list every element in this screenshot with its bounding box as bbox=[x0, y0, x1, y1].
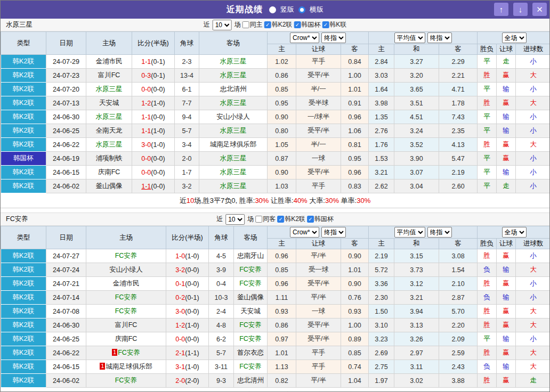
date-cell: 24-06-25 bbox=[46, 124, 86, 138]
league-checkbox[interactable]: ✓ bbox=[322, 21, 329, 28]
move-up-button[interactable]: ↑ bbox=[494, 3, 508, 16]
match-row: 韩K2联24-06-30水原三星1-1(0-0)9-4安山小绿人0.90一/球半… bbox=[1, 110, 550, 124]
bookmaker-select[interactable]: Crow* bbox=[290, 227, 319, 238]
bookmaker-odds-cell: 0.80 bbox=[268, 124, 296, 138]
date-cell: 24-06-25 bbox=[46, 332, 86, 346]
bookmaker-odds-cell: 0.96 bbox=[268, 249, 296, 263]
away-team-cell: 忠北清州 bbox=[234, 374, 268, 388]
horizontal-layout-radio[interactable] bbox=[298, 6, 305, 13]
down-arrow-icon: ↓ bbox=[519, 5, 523, 14]
home-team-cell: 水原三星 bbox=[86, 138, 132, 152]
vertical-layout-radio[interactable] bbox=[269, 6, 276, 13]
team-name: 天安城 bbox=[240, 307, 261, 315]
bookmaker-odds-cell: 受平/半 bbox=[296, 166, 341, 179]
result-cell: 小 bbox=[516, 124, 550, 138]
same-venue-checkbox[interactable] bbox=[255, 216, 262, 223]
result-cell: 小 bbox=[516, 277, 550, 291]
corner-cell: 0-4 bbox=[209, 277, 234, 291]
home-team-cell: 水原三星 bbox=[86, 110, 132, 124]
league-filter-k2[interactable]: ✓韩K2联 bbox=[277, 215, 305, 224]
result-cell: 赢 bbox=[497, 277, 516, 291]
same-venue-filter[interactable]: 同客 bbox=[255, 215, 276, 224]
league-checkbox[interactable]: ✓ bbox=[264, 21, 271, 28]
league-filter-k1[interactable]: ✓韩K联 bbox=[322, 20, 346, 29]
odds-stage-select[interactable]: 终指 bbox=[321, 32, 346, 43]
odds-stage-select[interactable]: 终指 bbox=[321, 227, 346, 238]
col-type: 类型 bbox=[1, 32, 46, 55]
bookmaker-odds-cell: 0.93 bbox=[268, 305, 296, 318]
average-odds-cell: 3.88 bbox=[439, 374, 478, 388]
average-select[interactable]: 平均值 bbox=[394, 32, 425, 43]
team-name: 水原三星 bbox=[220, 71, 247, 79]
odds-stage-select-2[interactable]: 终指 bbox=[427, 227, 452, 238]
league-checkbox[interactable]: ✓ bbox=[277, 216, 284, 223]
halftime-score: (1-0) bbox=[151, 100, 165, 107]
odds-stage-select-2[interactable]: 终指 bbox=[427, 32, 452, 43]
score-cell: 0-3(0-1) bbox=[132, 69, 175, 83]
bookmaker-odds-cell: 0.86 bbox=[268, 69, 296, 83]
league-checkbox[interactable]: ✓ bbox=[307, 216, 314, 223]
match-count-select[interactable]: 10 bbox=[225, 214, 245, 225]
subcol-let: 让球 bbox=[497, 44, 516, 55]
same-venue-checkbox[interactable] bbox=[242, 21, 249, 28]
same-venue-label: 同客 bbox=[263, 215, 276, 224]
corner-cell: 5-7 bbox=[209, 346, 234, 360]
halftime-score: (0-1) bbox=[151, 58, 165, 66]
score-cell: 1-1(1-0) bbox=[132, 124, 175, 138]
score-cell: 2-1(1-1) bbox=[166, 346, 209, 360]
league-cell: 韩K2联 bbox=[1, 179, 46, 193]
subcol-home: 主 bbox=[268, 44, 296, 55]
section-header-anyang: FC安养 近 10 场 同客 ✓韩K2联 ✓韩国杯 bbox=[1, 213, 549, 226]
score-cell: 0-1(0-0) bbox=[166, 277, 209, 291]
date-cell: 24-06-30 bbox=[46, 318, 86, 332]
summary-part: 场,胜3平7负0, 胜率: bbox=[194, 197, 255, 205]
team-name: 城南足球俱乐部 bbox=[106, 363, 152, 370]
average-odds-cell: 2.19 bbox=[439, 166, 478, 179]
average-odds-cell: 3.21 bbox=[394, 291, 439, 305]
period-select[interactable]: 全场 bbox=[502, 32, 527, 43]
result-cell: 大 bbox=[516, 346, 550, 360]
league-filter-cup[interactable]: ✓韩国杯 bbox=[294, 20, 320, 29]
result-cell: 大 bbox=[516, 138, 550, 152]
subcol-away2: 客 bbox=[439, 239, 478, 249]
league-cell: 韩国杯 bbox=[1, 152, 46, 166]
home-team-cell: 庆南FC bbox=[86, 332, 166, 346]
same-venue-filter[interactable]: 同主 bbox=[242, 20, 263, 29]
match-row: 韩K2联24-06-02釜山偶像1-1(0-0)3-2水原三星1.03平手0.8… bbox=[1, 179, 550, 193]
result-cell: 胜 bbox=[478, 374, 497, 388]
fulltime-score: 1-1 bbox=[141, 58, 151, 66]
away-team-cell: 水原三星 bbox=[199, 69, 268, 83]
team-name: 釜山偶像 bbox=[237, 293, 264, 301]
bookmaker-odds-cell: 受半球 bbox=[296, 96, 341, 110]
fulltime-score: 3-1 bbox=[175, 363, 185, 371]
match-count-select[interactable]: 10 bbox=[213, 20, 232, 30]
move-down-button[interactable]: ↓ bbox=[513, 3, 528, 16]
corner-cell: 2-4 bbox=[209, 305, 234, 318]
col-corner: 角球 bbox=[209, 226, 234, 249]
league-filter-cup[interactable]: ✓韩国杯 bbox=[307, 215, 334, 224]
average-odds-cell: 3.04 bbox=[394, 179, 439, 193]
result-cell: 负 bbox=[478, 291, 497, 305]
average-odds-cell: 3.26 bbox=[394, 332, 439, 346]
date-cell: 24-06-22 bbox=[46, 138, 86, 152]
league-checkbox[interactable]: ✓ bbox=[294, 21, 301, 28]
result-cell: 小 bbox=[516, 152, 550, 166]
home-team-cell: FC安养 bbox=[86, 305, 166, 318]
halftime-score: (1-0) bbox=[185, 252, 199, 260]
score-cell: 1-2(1-0) bbox=[132, 96, 175, 110]
team-name: FC安养 bbox=[115, 252, 138, 259]
league-filter-k2[interactable]: ✓韩K2联 bbox=[264, 20, 293, 29]
close-button[interactable]: ✕ bbox=[532, 3, 547, 16]
bookmaker-odds-cell: 1.02 bbox=[268, 55, 296, 69]
date-cell: 24-07-21 bbox=[46, 277, 86, 291]
average-select[interactable]: 平均值 bbox=[394, 227, 425, 238]
team-name: FC安养 bbox=[115, 293, 138, 301]
score-cell: 0-0(0-0) bbox=[166, 332, 209, 346]
bookmaker-select[interactable]: Crow* bbox=[290, 32, 319, 43]
date-cell: 24-07-13 bbox=[46, 96, 86, 110]
col-away: 客场 bbox=[234, 226, 268, 249]
period-select[interactable]: 全场 bbox=[502, 227, 527, 238]
fulltime-score: 0-0 bbox=[141, 86, 151, 93]
away-team-cell: 首尔衣恋 bbox=[234, 346, 268, 360]
average-odds-cell: 2.60 bbox=[439, 179, 478, 193]
